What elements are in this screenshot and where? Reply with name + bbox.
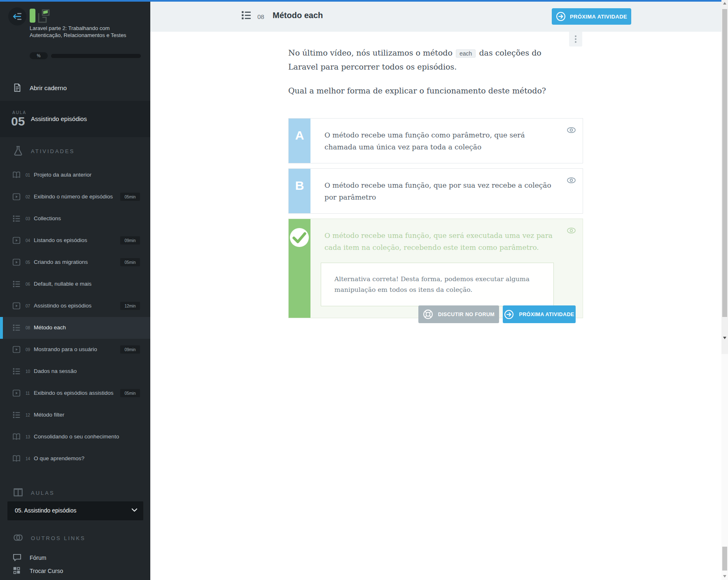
list-icon	[12, 324, 21, 332]
sidebar-activity-item[interactable]: 14 O que aprendemos?	[0, 448, 150, 470]
kebab-dot	[575, 35, 576, 37]
activity-item-number: 06	[26, 282, 30, 287]
scroll-down-arrow[interactable]	[723, 337, 726, 339]
scrollbar-thumb[interactable]	[722, 547, 727, 571]
activity-item-label: Consolidando o seu conhecimento	[34, 433, 119, 440]
activity-item-number: 02	[26, 195, 30, 199]
sidebar-item-trocar-curso[interactable]: Trocar Curso	[0, 564, 150, 578]
book-icon	[12, 433, 21, 441]
links-section-header: OUTROS LINKS	[0, 532, 150, 545]
activity-item-label: Método filter	[34, 412, 64, 418]
video-icon	[12, 389, 21, 397]
sidebar-activity-item[interactable]: 11 Exibindo os episódios assistidos 05mi…	[0, 382, 150, 404]
option-text: O método recebe uma função, que por sua …	[324, 179, 554, 203]
option-feedback-box: Alternativa correta! Desta forma, podemo…	[321, 263, 554, 306]
activity-item-number: 07	[26, 304, 30, 308]
course-logo-icon	[29, 7, 52, 26]
activity-item-label: Assistindo os episódios	[34, 303, 91, 309]
activity-header: 08 Método each PRÓXIMA ATIVIDADE	[150, 2, 721, 32]
trocar-curso-label: Trocar Curso	[30, 568, 63, 574]
option-body: O método recebe uma função, que por sua …	[310, 169, 583, 213]
discuss-forum-button[interactable]: DISCUTIR NO FORUM	[418, 305, 499, 323]
aulas-header-label: AULAS	[31, 490, 55, 496]
scrollbar-thumb[interactable]	[722, 9, 727, 317]
activity-duration-badge: 05min	[120, 258, 140, 266]
answer-option[interactable]: A O método recebe uma função como parâme…	[288, 118, 583, 163]
list-icon	[12, 280, 21, 288]
app-window: Laravel parte 2: Trabalhando com Autenti…	[0, 0, 728, 580]
answer-option[interactable]: B O método recebe uma função, que por su…	[288, 168, 583, 214]
activity-item-number: 12	[26, 413, 30, 417]
activity-item-label: Listando os episódios	[34, 237, 87, 243]
activity-item-number: 04	[26, 238, 30, 243]
sidebar-activity-item[interactable]: 10 Dados na sessão	[0, 361, 150, 382]
sidebar-activity-item[interactable]: 06 Default, nullable e mais	[0, 273, 150, 295]
activity-item-label: Default, nullable e mais	[34, 281, 91, 287]
open-notebook-label: Abrir caderno	[30, 84, 67, 91]
kebab-dot	[575, 38, 576, 40]
option-letter-block	[289, 219, 310, 318]
activity-item-label: Exibindo os episódios assistidos	[34, 390, 114, 396]
top-accent-line	[0, 0, 728, 2]
next-activity-button-top[interactable]: PRÓXIMA ATIVIDADE	[552, 8, 631, 25]
eye-icon[interactable]	[567, 227, 576, 234]
next-activity-label: PRÓXIMA ATIVIDADE	[519, 312, 574, 317]
activity-item-number: 01	[26, 173, 30, 177]
eye-icon[interactable]	[567, 127, 576, 133]
kebab-dot	[575, 41, 576, 43]
grid-icon	[12, 566, 21, 575]
lesson-select-value: 05. Assistindo episódios	[15, 507, 76, 514]
activity-item-label: Dados na sessão	[34, 368, 77, 374]
activity-item-label: O que aprendemos?	[34, 455, 84, 461]
chevron-down-icon	[131, 508, 138, 512]
activity-item-number: 13	[26, 435, 30, 439]
open-notebook-button[interactable]: Abrir caderno	[0, 79, 150, 97]
next-activity-label: PRÓXIMA ATIVIDADE	[570, 14, 627, 20]
video-icon	[12, 302, 21, 310]
sidebar-activity-item[interactable]: 04 Listando os episódios 09min	[0, 230, 150, 252]
next-activity-button-bottom[interactable]: PRÓXIMA ATIVIDADE	[503, 305, 576, 323]
content-scrollbar[interactable]	[721, 0, 728, 354]
collapse-sidebar-button[interactable]	[8, 7, 26, 26]
option-body: O método recebe uma função como parâmetr…	[310, 119, 583, 163]
current-lesson-banner: AULA 05 Assistindo episódios	[0, 101, 150, 137]
course-title: Laravel parte 2: Trabalhando com Autenti…	[30, 25, 133, 39]
scroll-down-arrow[interactable]	[723, 575, 726, 578]
sidebar-item-forum[interactable]: Fórum	[0, 551, 150, 565]
check-icon	[290, 228, 309, 247]
activity-item-number: 10	[26, 369, 30, 374]
link-icon	[13, 532, 23, 543]
sidebar-activity-item[interactable]: 03 Collections	[0, 208, 150, 230]
list-icon	[12, 411, 21, 419]
sidebar-activity-item[interactable]: 09 Mostrando para o usuário 09min	[0, 339, 150, 361]
sidebar-activity-item[interactable]: 05 Criando as migrations 05min	[0, 252, 150, 273]
activity-number: 08	[257, 13, 264, 20]
lesson-select-dropdown[interactable]: 05. Assistindo episódios	[7, 501, 143, 520]
sidebar-activity-item[interactable]: 08 Método each	[0, 317, 150, 339]
sidebar-activity-item[interactable]: 12 Método filter	[0, 404, 150, 426]
option-feedback-text: Alternativa correta! Desta forma, podemo…	[334, 274, 540, 295]
question-intro-prefix: No último vídeo, nós utilizamos o método	[288, 48, 453, 57]
more-options-button[interactable]	[569, 32, 582, 47]
course-sidebar: Laravel parte 2: Trabalhando com Autenti…	[0, 0, 150, 580]
video-icon	[12, 345, 21, 354]
eye-icon[interactable]	[567, 177, 576, 184]
question-intro: No último vídeo, nós utilizamos o método…	[288, 46, 552, 73]
activities-section-header: ATIVIDADES	[0, 145, 150, 158]
sidebar-activity-item[interactable]: 02 Exibindo o número de episódios 05min	[0, 186, 150, 208]
options-list: A O método recebe uma função como parâme…	[288, 118, 583, 318]
activity-item-number: 09	[26, 347, 30, 352]
option-text: O método recebe uma função, que será exe…	[324, 230, 554, 254]
option-letter-block: B	[289, 169, 310, 213]
option-body: O método recebe uma função, que será exe…	[310, 219, 583, 318]
sidebar-activity-item[interactable]: 01 Projeto da aula anterior	[0, 164, 150, 186]
scroll-up-arrow[interactable]	[723, 2, 726, 5]
option-letter: A	[289, 128, 310, 142]
sidebar-activity-item[interactable]: 07 Assistindo os episódios 12min	[0, 295, 150, 317]
book-icon	[12, 171, 21, 179]
activity-item-label: Criando as migrations	[34, 259, 88, 265]
activity-item-number: 05	[26, 260, 30, 265]
sidebar-activity-item[interactable]: 13 Consolidando o seu conhecimento	[0, 426, 150, 448]
answer-option[interactable]: O método recebe uma função, que será exe…	[288, 219, 583, 318]
page-scrollbar[interactable]	[721, 354, 728, 580]
